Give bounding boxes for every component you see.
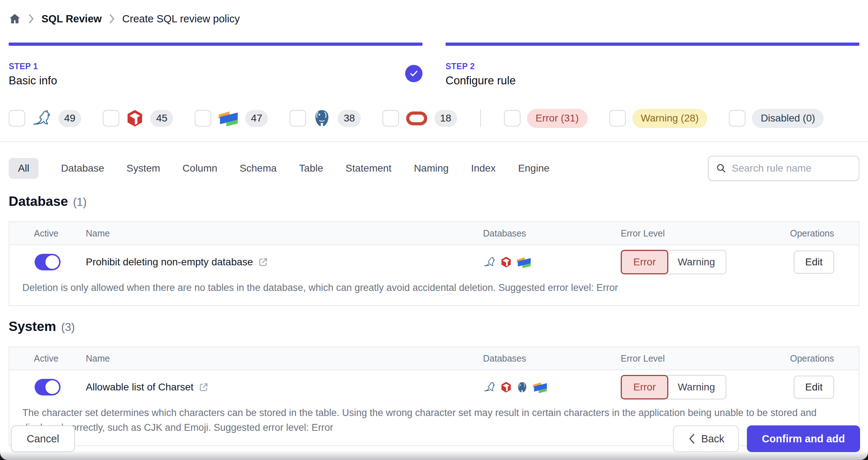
column-header-active: Active xyxy=(9,353,86,364)
column-header-databases: Databases xyxy=(474,353,612,364)
tab-column[interactable]: Column xyxy=(182,163,217,174)
table-row: Prohibit deleting non-empty database Err… xyxy=(9,245,859,279)
oracle-checkbox[interactable] xyxy=(382,110,399,127)
warning-count-pill: Warning (28) xyxy=(632,109,708,128)
mysql-rule-count: 49 xyxy=(58,110,81,127)
section-heading: Database (1) xyxy=(9,194,859,209)
search-rule-input[interactable] xyxy=(732,163,851,174)
postgresql-icon xyxy=(516,381,528,393)
chevron-right-icon xyxy=(109,14,115,24)
filter-engine-oceanbase[interactable]: 47 xyxy=(195,110,268,127)
wizard-steps: STEP 1 Basic info STEP 2 Configure rule xyxy=(0,43,868,87)
step-label: STEP 1 xyxy=(9,62,422,71)
column-header-name: Name xyxy=(86,228,474,239)
category-tab-bar: All Database System Column Schema Table … xyxy=(0,156,868,181)
filter-level-warning[interactable]: Warning (28) xyxy=(609,109,708,128)
rules-table: Active Name Databases Error Level Operat… xyxy=(9,221,859,306)
filter-engine-tidb[interactable]: 45 xyxy=(103,109,173,127)
oceanbase-checkbox[interactable] xyxy=(195,110,211,127)
cancel-button[interactable]: Cancel xyxy=(11,425,75,452)
postgresql-rule-count: 38 xyxy=(338,110,360,127)
step-title: Configure rule xyxy=(446,74,859,87)
section-divider xyxy=(0,141,868,142)
tab-database[interactable]: Database xyxy=(61,163,104,174)
error-level-warning-button[interactable]: Warning xyxy=(667,250,726,274)
rule-databases xyxy=(474,256,612,268)
filter-level-error[interactable]: Error (31) xyxy=(504,109,588,128)
external-link-icon[interactable] xyxy=(199,382,209,392)
filter-engine-postgresql[interactable]: 38 xyxy=(289,109,360,128)
step-1-basic-info[interactable]: STEP 1 Basic info xyxy=(9,43,422,87)
table-row: Allowable list of Charset Error Warning xyxy=(9,370,859,404)
step-2-configure-rule[interactable]: STEP 2 Configure rule xyxy=(446,43,859,87)
column-header-databases: Databases xyxy=(474,228,612,239)
error-count-pill: Error (31) xyxy=(527,109,588,128)
error-level-segmented-control: Error Warning xyxy=(621,375,726,399)
postgresql-icon xyxy=(313,109,331,128)
column-header-operations: Operations xyxy=(776,353,859,364)
footer-action-bar: Cancel Back Confirm and add xyxy=(11,425,860,452)
rule-active-toggle[interactable] xyxy=(35,379,61,395)
oceanbase-icon xyxy=(218,110,239,127)
step-label: STEP 2 xyxy=(446,62,859,71)
confirm-and-add-button[interactable]: Confirm and add xyxy=(747,425,860,452)
category-tabs: All Database System Column Schema Table … xyxy=(9,158,549,179)
tab-statement[interactable]: Statement xyxy=(346,163,392,174)
mysql-icon xyxy=(483,256,496,268)
filter-engine-mysql[interactable]: 49 xyxy=(9,109,81,128)
step-progress-bar xyxy=(9,43,422,46)
oceanbase-icon xyxy=(532,381,548,393)
back-button-label: Back xyxy=(701,433,724,445)
oceanbase-rule-count: 47 xyxy=(245,110,268,127)
tidb-icon xyxy=(500,256,512,268)
rule-databases xyxy=(474,381,612,393)
warning-level-checkbox[interactable] xyxy=(609,110,626,127)
disabled-level-checkbox[interactable] xyxy=(729,110,745,127)
section-database: Database (1) Active Name Databases Error… xyxy=(0,194,868,306)
tab-index[interactable]: Index xyxy=(471,163,496,174)
tidb-rule-count: 45 xyxy=(150,110,173,127)
breadcrumb: SQL Review Create SQL review policy xyxy=(0,10,868,27)
external-link-icon[interactable] xyxy=(258,257,268,267)
step-completed-check-icon xyxy=(405,65,422,82)
mysql-checkbox[interactable] xyxy=(9,110,25,127)
table-header-row: Active Name Databases Error Level Operat… xyxy=(9,347,859,370)
rule-description: Deletion is only allowed when there are … xyxy=(9,279,859,305)
rule-name: Allowable list of Charset xyxy=(86,381,194,393)
error-level-error-button[interactable]: Error xyxy=(621,250,668,274)
create-sql-review-policy-page: SQL Review Create SQL review policy STEP… xyxy=(0,0,868,460)
rule-name: Prohibit deleting non-empty database xyxy=(86,256,253,268)
back-button[interactable]: Back xyxy=(673,425,739,452)
tab-engine[interactable]: Engine xyxy=(518,163,549,174)
chevron-left-icon xyxy=(687,433,696,444)
home-icon[interactable] xyxy=(9,13,21,25)
section-rule-count: (1) xyxy=(73,196,87,209)
edit-rule-button[interactable]: Edit xyxy=(794,251,834,274)
postgresql-checkbox[interactable] xyxy=(289,110,306,127)
tab-all[interactable]: All xyxy=(9,158,39,179)
edit-rule-button[interactable]: Edit xyxy=(794,376,834,399)
oracle-icon xyxy=(406,111,428,126)
tab-schema[interactable]: Schema xyxy=(240,163,277,174)
breadcrumb-sql-review[interactable]: SQL Review xyxy=(41,13,102,25)
rule-active-toggle[interactable] xyxy=(35,254,61,270)
breadcrumb-current-page: Create SQL review policy xyxy=(122,13,240,25)
tab-table[interactable]: Table xyxy=(299,163,323,174)
filter-engine-oracle[interactable]: 18 xyxy=(382,110,457,127)
tidb-checkbox[interactable] xyxy=(103,110,119,127)
mysql-icon xyxy=(32,109,52,128)
error-level-segmented-control: Error Warning xyxy=(621,250,726,274)
error-level-error-button[interactable]: Error xyxy=(621,375,668,399)
error-level-warning-button[interactable]: Warning xyxy=(667,375,726,399)
oracle-rule-count: 18 xyxy=(434,110,457,127)
error-level-checkbox[interactable] xyxy=(504,110,521,127)
search-box[interactable] xyxy=(708,156,859,181)
filter-level-disabled[interactable]: Disabled (0) xyxy=(729,109,824,128)
toggle-knob xyxy=(45,255,59,269)
disabled-count-pill: Disabled (0) xyxy=(752,109,824,128)
tab-naming[interactable]: Naming xyxy=(414,163,448,174)
filter-divider xyxy=(480,110,481,127)
column-header-error-level: Error Level xyxy=(612,353,776,364)
column-header-operations: Operations xyxy=(776,228,859,239)
tab-system[interactable]: System xyxy=(127,163,160,174)
